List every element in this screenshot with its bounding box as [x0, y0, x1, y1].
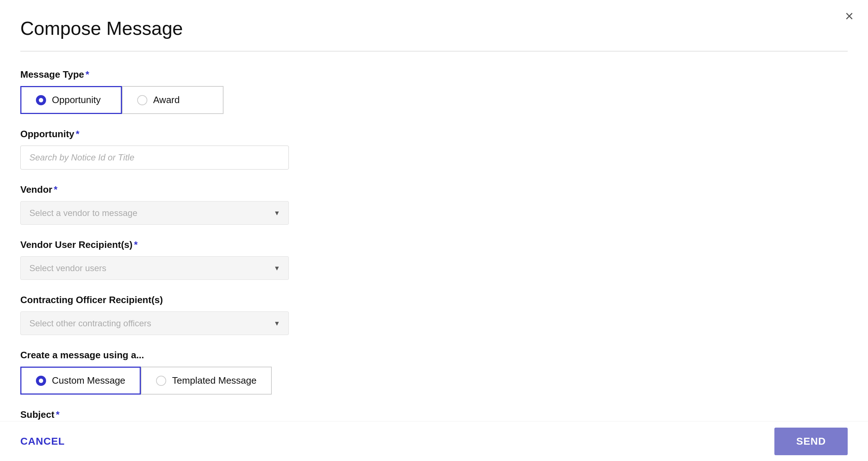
radio-option-opportunity[interactable]: Opportunity [20, 86, 122, 114]
create-message-radio-group: Custom Message Templated Message [20, 367, 848, 395]
radio-option-custom-message[interactable]: Custom Message [20, 367, 141, 395]
close-button[interactable]: × [845, 9, 853, 23]
radio-label-opportunity: Opportunity [52, 94, 101, 106]
radio-option-templated-message[interactable]: Templated Message [141, 367, 272, 395]
vendor-user-recipients-group: Vendor User Recipient(s)* Select vendor … [20, 239, 848, 280]
form-content: Message Type* Opportunity Award Opportun… [20, 69, 848, 461]
vendor-select-wrapper: Select a vendor to message [20, 201, 289, 225]
vendor-user-recipients-select-wrapper: Select vendor users [20, 256, 289, 280]
subject-group: Subject* [20, 409, 848, 420]
contracting-officer-select-wrapper: Select other contracting officers [20, 311, 289, 335]
message-type-radio-group: Opportunity Award [20, 86, 848, 114]
radio-option-award[interactable]: Award [122, 86, 224, 114]
footer-bar: CANCEL SEND [0, 421, 868, 461]
radio-label-templated-message: Templated Message [172, 375, 257, 386]
vendor-select[interactable]: Select a vendor to message [20, 201, 289, 225]
vendor-user-recipients-label: Vendor User Recipient(s)* [20, 239, 848, 250]
radio-circle-custom-message [36, 376, 46, 386]
vendor-user-recipients-select[interactable]: Select vendor users [20, 256, 289, 280]
message-type-label: Message Type* [20, 69, 848, 80]
divider [20, 51, 848, 52]
modal-container: × Compose Message Message Type* Opportun… [0, 0, 868, 461]
contracting-officer-recipients-label: Contracting Officer Recipient(s) [20, 294, 848, 306]
contracting-officer-select[interactable]: Select other contracting officers [20, 311, 289, 335]
send-button[interactable]: SEND [774, 428, 848, 455]
create-message-group: Create a message using a... Custom Messa… [20, 350, 848, 395]
cancel-button[interactable]: CANCEL [20, 436, 65, 447]
radio-label-award: Award [153, 94, 180, 106]
vendor-group: Vendor* Select a vendor to message [20, 184, 848, 225]
radio-label-custom-message: Custom Message [52, 375, 125, 386]
contracting-officer-recipients-group: Contracting Officer Recipient(s) Select … [20, 294, 848, 335]
vendor-label: Vendor* [20, 184, 848, 195]
subject-label: Subject* [20, 409, 848, 420]
radio-circle-opportunity [36, 95, 46, 105]
opportunity-label: Opportunity* [20, 128, 848, 140]
modal-title: Compose Message [20, 17, 848, 39]
radio-circle-award [137, 95, 147, 105]
create-message-label: Create a message using a... [20, 350, 848, 361]
radio-circle-templated-message [156, 376, 166, 386]
opportunity-search-input[interactable] [20, 146, 289, 170]
message-type-group: Message Type* Opportunity Award [20, 69, 848, 114]
opportunity-group: Opportunity* [20, 128, 848, 170]
